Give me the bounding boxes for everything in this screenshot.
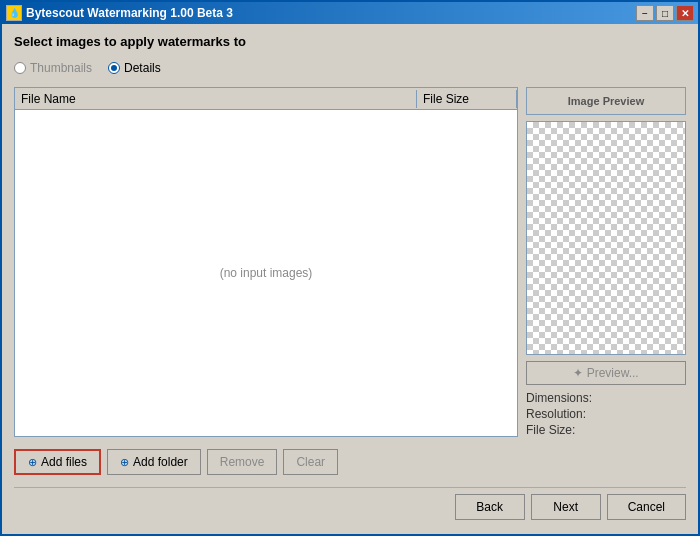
file-list-header: File Name File Size [15,88,517,110]
main-area: File Name File Size (no input images) Im… [14,87,686,437]
cancel-button[interactable]: Cancel [607,494,686,520]
filesize-info-label: File Size: [526,423,686,437]
col-filesize-header: File Size [417,90,517,108]
details-radio-circle[interactable] [108,62,120,74]
clear-button[interactable]: Clear [283,449,338,475]
preview-button[interactable]: ✦ Preview... [526,361,686,385]
cancel-label: Cancel [628,500,665,514]
maximize-button[interactable]: □ [656,5,674,21]
add-folder-label: Add folder [133,455,188,469]
preview-panel: Image Preview ✦ Preview... Dimensions: R… [526,87,686,437]
remove-button[interactable]: Remove [207,449,278,475]
clear-label: Clear [296,455,325,469]
checkerboard-bg [527,122,685,354]
add-folder-button[interactable]: ⊕ Add folder [107,449,201,475]
preview-info: Dimensions: Resolution: File Size: [526,391,686,437]
page-title: Select images to apply watermarks to [14,34,686,49]
remove-label: Remove [220,455,265,469]
add-files-label: Add files [41,455,87,469]
title-bar: 💧 Bytescout Watermarking 1.00 Beta 3 − □… [2,2,698,24]
close-button[interactable]: ✕ [676,5,694,21]
title-buttons: − □ ✕ [636,5,694,21]
add-files-button[interactable]: ⊕ Add files [14,449,101,475]
add-files-icon: ⊕ [28,456,37,469]
col-filename-header: File Name [15,90,417,108]
thumbnails-label: Thumbnails [30,61,92,75]
dimensions-label: Dimensions: [526,391,686,405]
file-list-body: (no input images) [15,110,517,436]
action-buttons: ⊕ Add files ⊕ Add folder Remove Clear [14,449,686,475]
preview-title: Image Preview [526,87,686,115]
details-label: Details [124,61,161,75]
window-title: Bytescout Watermarking 1.00 Beta 3 [26,6,233,20]
minimize-button[interactable]: − [636,5,654,21]
nav-buttons: Back Next Cancel [14,487,686,524]
title-bar-left: 💧 Bytescout Watermarking 1.00 Beta 3 [6,5,233,21]
details-radio-label[interactable]: Details [108,61,161,75]
next-button[interactable]: Next [531,494,601,520]
back-button[interactable]: Back [455,494,525,520]
view-options: Thumbnails Details [14,61,686,75]
empty-message: (no input images) [220,266,313,280]
resolution-label: Resolution: [526,407,686,421]
preview-button-label: ✦ Preview... [573,366,638,380]
thumbnails-radio-label[interactable]: Thumbnails [14,61,92,75]
add-folder-icon: ⊕ [120,456,129,469]
next-label: Next [553,500,578,514]
preview-image-area [526,121,686,355]
app-icon: 💧 [6,5,22,21]
back-label: Back [476,500,503,514]
window-content: Select images to apply watermarks to Thu… [2,24,698,534]
file-list-panel: File Name File Size (no input images) [14,87,518,437]
thumbnails-radio-circle[interactable] [14,62,26,74]
main-window: 💧 Bytescout Watermarking 1.00 Beta 3 − □… [0,0,700,536]
